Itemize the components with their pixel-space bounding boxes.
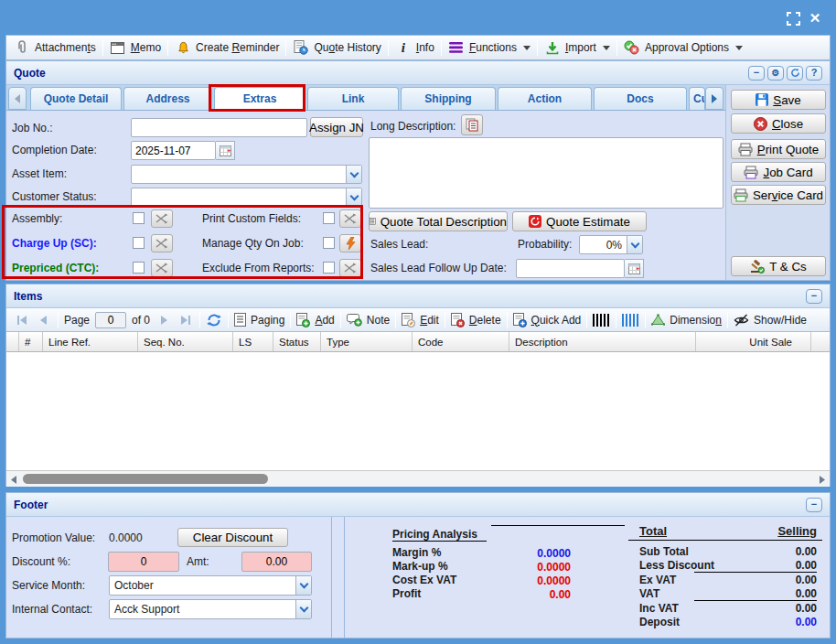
barcode-black-icon[interactable] [593, 314, 610, 327]
clear-discount-button[interactable]: Clear Discount [177, 528, 288, 547]
sales-lead-follow-up-input[interactable] [516, 259, 625, 278]
maximize-icon[interactable] [784, 9, 802, 27]
first-page-icon[interactable] [14, 313, 30, 327]
job-card-button[interactable]: Job Card [731, 162, 826, 182]
discount-percent-input[interactable] [108, 552, 179, 572]
asset-item-select[interactable] [131, 165, 362, 184]
completion-date-input[interactable] [131, 141, 216, 160]
quick-add-button[interactable]: Quick Add [513, 313, 582, 327]
create-reminder-button[interactable]: Create Reminder [175, 40, 279, 55]
scroll-left-icon[interactable] [7, 473, 20, 486]
last-page-icon[interactable] [177, 313, 194, 327]
column-ls[interactable]: LS [233, 332, 273, 351]
print-custom-fields-checkbox[interactable] [323, 212, 335, 224]
help-icon[interactable]: ? [806, 66, 822, 80]
tab-quote-detail[interactable]: Quote Detail [30, 87, 122, 110]
column-type[interactable]: Type [321, 332, 413, 351]
memo-button[interactable]: Memo [110, 40, 161, 55]
tab-docs[interactable]: Docs [594, 87, 687, 110]
collapse-icon[interactable]: − [748, 66, 765, 80]
functions-button[interactable]: Functions [448, 40, 531, 55]
gear-icon[interactable]: ⚙ [767, 66, 784, 80]
chevron-down-icon[interactable] [346, 166, 361, 183]
column-description[interactable]: Description [509, 332, 696, 351]
prev-page-icon[interactable] [36, 313, 52, 327]
tab-action[interactable]: Action [498, 87, 592, 110]
page-input[interactable] [95, 312, 126, 328]
tab-scroll-right-icon[interactable] [705, 87, 723, 110]
scroll-right-icon[interactable] [816, 473, 829, 486]
note-button[interactable]: Note [347, 313, 390, 327]
refresh-icon[interactable] [206, 313, 222, 327]
import-button[interactable]: Import [544, 40, 610, 55]
quote-total-description-button[interactable]: Quote Total Description [369, 211, 508, 231]
footer-splitter[interactable] [332, 517, 345, 638]
column-seq-no[interactable]: Seq. No. [138, 332, 233, 351]
close-icon[interactable]: ✕ [806, 9, 824, 27]
prepriced-shuffle-icon[interactable] [151, 259, 173, 277]
assembly-shuffle-icon[interactable] [151, 209, 173, 228]
manage-qty-lightning-icon[interactable] [339, 234, 361, 252]
long-description-copy-icon[interactable] [461, 114, 483, 135]
column-number[interactable]: # [19, 332, 43, 351]
tab-address[interactable]: Address [123, 87, 212, 110]
tab-customer[interactable]: Cus [689, 87, 705, 110]
hscroll-thumb[interactable] [23, 474, 268, 484]
info-button[interactable]: i Info [395, 40, 434, 55]
tab-shipping[interactable]: Shipping [401, 87, 496, 110]
assign-jn-button[interactable]: Assign JN [310, 117, 363, 137]
charge-up-shuffle-icon[interactable] [151, 234, 173, 252]
edit-button[interactable]: Edit [402, 313, 439, 327]
paging-button[interactable]: Paging [234, 313, 284, 327]
tab-link[interactable]: Link [307, 87, 399, 110]
quote-history-button[interactable]: Quote History [293, 40, 380, 55]
show-hide-button[interactable]: Show/Hide [734, 314, 807, 327]
charge-up-checkbox[interactable] [133, 237, 145, 249]
refresh-icon[interactable] [787, 66, 803, 80]
items-table-body[interactable] [6, 352, 830, 470]
next-page-icon[interactable] [155, 313, 172, 327]
exclude-reports-checkbox[interactable] [323, 262, 335, 274]
service-card-button[interactable]: Service Card [731, 185, 826, 205]
long-description-textarea[interactable] [369, 137, 723, 209]
column-line-ref[interactable]: Line Ref. [43, 332, 138, 351]
column-status[interactable]: Status [273, 332, 321, 351]
exclude-reports-shuffle-icon[interactable] [339, 259, 361, 277]
service-month-select[interactable]: October [109, 575, 312, 596]
follow-up-date-picker[interactable] [625, 259, 644, 278]
assembly-checkbox[interactable] [133, 212, 145, 224]
tab-extras[interactable]: Extras [214, 87, 305, 110]
approval-options-button[interactable]: Approval Options [624, 40, 743, 55]
internal-contact-select[interactable]: Acck Support [109, 599, 312, 619]
collapse-icon[interactable]: − [806, 498, 822, 512]
chevron-down-icon[interactable] [346, 188, 361, 206]
customer-status-select[interactable] [131, 188, 362, 207]
dimension-button[interactable]: Dimension [651, 314, 722, 327]
close-button[interactable]: Close [731, 113, 826, 134]
chevron-down-icon[interactable] [295, 600, 311, 618]
amt-input[interactable] [241, 552, 312, 572]
chevron-down-icon[interactable] [295, 576, 311, 595]
delete-button[interactable]: Delete [451, 313, 501, 327]
collapse-icon[interactable]: − [806, 289, 822, 304]
manage-qty-checkbox[interactable] [323, 237, 335, 249]
add-button[interactable]: Add [296, 313, 334, 327]
probability-select[interactable]: 0% [579, 235, 643, 254]
tab-scroll-left-icon[interactable] [8, 87, 27, 110]
barcode-blue-icon[interactable] [622, 314, 639, 327]
t-and-cs-button[interactable]: T & Cs [731, 256, 826, 276]
attachments-button[interactable]: Attachments [14, 40, 96, 55]
items-hscrollbar[interactable] [6, 470, 830, 487]
column-unit-sale[interactable]: Unit Sale [696, 332, 811, 351]
page-label: Page [64, 314, 90, 327]
completion-date-picker[interactable] [216, 141, 235, 160]
chevron-down-icon[interactable] [627, 236, 642, 253]
job-no-input[interactable] [131, 118, 307, 137]
save-button[interactable]: Save [731, 90, 826, 110]
row-marker-column[interactable] [6, 332, 19, 351]
column-code[interactable]: Code [413, 332, 509, 351]
quote-estimate-button[interactable]: Quote Estimate [512, 211, 647, 231]
print-quote-button[interactable]: Print Quote [731, 139, 826, 159]
print-custom-fields-shuffle-icon[interactable] [339, 209, 361, 228]
prepriced-checkbox[interactable] [133, 262, 145, 274]
